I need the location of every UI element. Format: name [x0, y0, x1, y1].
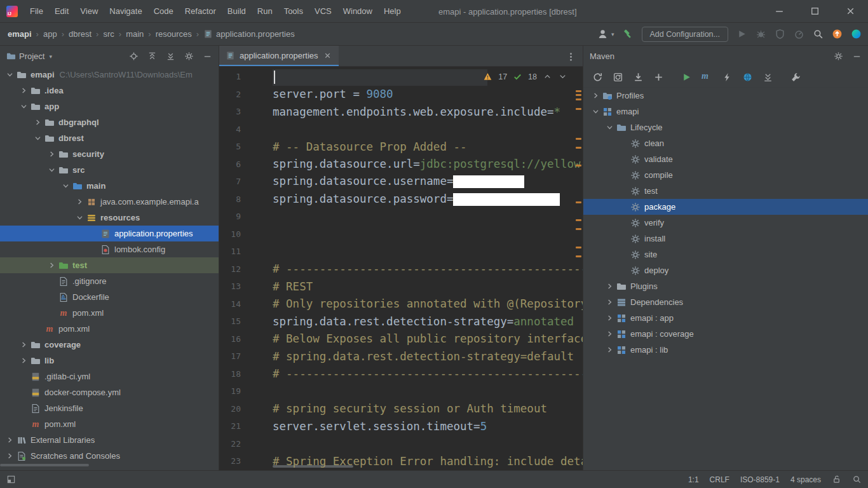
tree-row-compile[interactable]: compile: [583, 167, 868, 183]
tree-row-dbrest[interactable]: dbrest: [0, 130, 219, 146]
tree-row-deploy[interactable]: deploy: [583, 262, 868, 278]
tab-application-properties[interactable]: application.properties: [219, 46, 339, 66]
run-build-icon[interactable]: [681, 72, 692, 83]
line-number[interactable]: 18: [219, 369, 241, 379]
menu-navigate[interactable]: Navigate: [104, 0, 147, 22]
chevron-right-icon[interactable]: [605, 313, 614, 323]
project-view-selector[interactable]: Project ▾: [6, 51, 52, 61]
line-number[interactable]: 13: [219, 281, 241, 291]
chevron-right-icon[interactable]: [605, 281, 614, 291]
breadcrumb-item-application-properties[interactable]: application.properties: [203, 29, 295, 39]
breadcrumb-item-app[interactable]: app: [43, 29, 57, 39]
minimize-button[interactable]: [761, 0, 797, 22]
hide-icon[interactable]: [852, 51, 862, 61]
code-line-15[interactable]: 15spring.data.rest.detection-strategy=an…: [219, 313, 583, 330]
error-stripe[interactable]: [574, 67, 583, 470]
tree-row--gitlab-ci-yml[interactable]: .gitlab-ci.yml: [0, 369, 219, 384]
chevron-right-icon[interactable]: [591, 91, 600, 100]
tree-row-emapi[interactable]: emapi: [583, 104, 868, 119]
code-line-20[interactable]: 20# spring security session or Auth time…: [219, 400, 583, 418]
tree-row-emapi-app[interactable]: emapi : app: [583, 310, 868, 326]
chevron-right-icon[interactable]: [19, 356, 29, 365]
chevron-right-icon[interactable]: [47, 149, 57, 159]
menu-edit[interactable]: Edit: [49, 0, 74, 22]
prev-problem-icon[interactable]: [543, 72, 552, 81]
code-line-19[interactable]: 19: [219, 383, 583, 400]
breadcrumb-item-src[interactable]: src: [103, 29, 114, 39]
breadcrumb-item-dbrest[interactable]: dbrest: [69, 29, 92, 39]
warning-stripe-mark[interactable]: [576, 255, 581, 257]
line-number[interactable]: 3: [219, 107, 241, 116]
generate-sources-icon[interactable]: [613, 72, 623, 83]
code-line-9[interactable]: 9: [219, 208, 583, 226]
tree-row-dbgraphql[interactable]: dbgraphql: [0, 114, 219, 130]
settings-icon[interactable]: [834, 51, 843, 61]
chevron-right-icon[interactable]: [19, 86, 29, 95]
line-number[interactable]: 11: [219, 247, 241, 256]
menu-window[interactable]: Window: [337, 0, 378, 22]
line-number[interactable]: 5: [219, 142, 241, 151]
tree-row-dependencies[interactable]: Dependencies: [583, 294, 868, 310]
tree-row-pom-xml[interactable]: mpom.xml: [0, 321, 219, 337]
line-number[interactable]: 14: [219, 299, 241, 309]
code-line-17[interactable]: 17# spring.data.rest.detection-strategy=…: [219, 348, 583, 365]
breadcrumb-item-resources[interactable]: resources: [156, 29, 192, 39]
menu-run[interactable]: Run: [252, 0, 278, 22]
code-line-2[interactable]: 2server.port = 9080: [219, 86, 583, 104]
line-number[interactable]: 23: [219, 456, 241, 466]
chevron-down-icon[interactable]: [605, 123, 614, 132]
warning-stripe-mark[interactable]: [576, 90, 581, 92]
menu-code[interactable]: Code: [148, 0, 179, 22]
search-icon[interactable]: [813, 29, 824, 39]
tree-row-install[interactable]: install: [583, 231, 868, 247]
tree-row-main[interactable]: main: [0, 178, 219, 194]
code-line-4[interactable]: 4: [219, 121, 583, 139]
chevron-right-icon[interactable]: [75, 197, 85, 207]
tree-row-coverage[interactable]: coverage: [0, 337, 219, 353]
status-4-spaces[interactable]: 4 spaces: [790, 475, 821, 484]
line-number[interactable]: 16: [219, 334, 241, 344]
hide-icon[interactable]: [203, 51, 212, 61]
line-number[interactable]: 6: [219, 159, 241, 169]
tree-row-emapi-coverage[interactable]: emapi : coverage: [583, 326, 868, 342]
code-line-13[interactable]: 13# REST: [219, 278, 583, 295]
update-icon[interactable]: [832, 29, 843, 39]
line-number[interactable]: 22: [219, 439, 241, 449]
chevron-down-icon[interactable]: [47, 165, 57, 175]
close-tab-icon[interactable]: [323, 51, 332, 60]
locate-icon[interactable]: [129, 51, 139, 61]
tree-row-verify[interactable]: verify: [583, 215, 868, 231]
line-number[interactable]: 19: [219, 386, 241, 396]
profiler-icon[interactable]: [794, 29, 804, 39]
menu-help[interactable]: Help: [378, 0, 407, 22]
code-line-6[interactable]: 6spring.datasource.url=jdbc:postgresql:/…: [219, 156, 583, 173]
tree-row-lifecycle[interactable]: Lifecycle: [583, 119, 868, 135]
add-configuration-button[interactable]: Add Configuration...: [642, 27, 729, 42]
status-1-1[interactable]: 1:1: [688, 475, 699, 484]
tab-options-icon[interactable]: [566, 51, 576, 62]
tree-row-pom-xml[interactable]: mpom.xml: [0, 305, 219, 321]
chevron-down-icon[interactable]: [591, 107, 600, 116]
code-line-12[interactable]: 12# ------------------------------------…: [219, 261, 583, 278]
expand-all-icon[interactable]: [147, 51, 157, 61]
maven-settings-icon[interactable]: [790, 72, 801, 83]
tree-row-test[interactable]: test: [0, 257, 219, 273]
warning-stripe-mark[interactable]: [576, 165, 581, 166]
tree-row-jenkinsfile[interactable]: Jenkinsfile: [0, 400, 219, 416]
menu-file[interactable]: File: [24, 0, 49, 22]
tree-row-dockerfile[interactable]: Dockerfile: [0, 289, 219, 305]
inspections-widget[interactable]: 17 18: [483, 72, 567, 81]
debug-icon[interactable]: [756, 29, 766, 39]
collapse-all-icon[interactable]: [166, 51, 175, 61]
warning-stripe-mark[interactable]: [576, 94, 581, 96]
tree-row-site[interactable]: site: [583, 247, 868, 262]
warning-stripe-mark[interactable]: [576, 247, 581, 248]
tree-row-src[interactable]: src: [0, 162, 219, 178]
code-line-10[interactable]: 10: [219, 226, 583, 243]
code-line-3[interactable]: 3management.endpoints.web.exposure.inclu…: [219, 103, 583, 121]
line-number[interactable]: 17: [219, 351, 241, 361]
tree-row-app[interactable]: app: [0, 98, 219, 114]
line-number[interactable]: 4: [219, 125, 241, 134]
chevron-down-icon[interactable]: [75, 213, 85, 222]
line-number[interactable]: 7: [219, 177, 241, 186]
